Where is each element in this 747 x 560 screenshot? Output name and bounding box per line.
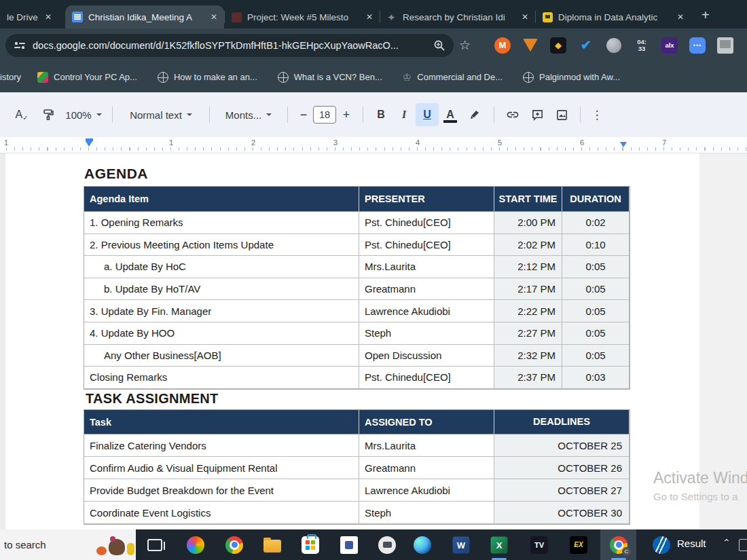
paint-format-button[interactable]	[35, 103, 61, 126]
toolbar-divider	[363, 107, 363, 123]
font-size-input[interactable]: 18	[313, 106, 336, 124]
agenda-cell-presenter: Steph	[359, 322, 494, 345]
alx-extension-icon[interactable]: alx	[661, 37, 678, 54]
copilot-button[interactable]	[187, 536, 204, 554]
activate-windows-watermark: Activate Wind	[653, 469, 747, 487]
metamask-extension-icon[interactable]	[522, 37, 539, 54]
agenda-cell-start: 2:27 PM	[494, 322, 562, 345]
increase-font-size-button[interactable]: +	[336, 103, 357, 126]
font-select[interactable]: Monts...	[216, 103, 281, 126]
chrome-button[interactable]	[225, 536, 243, 554]
tray-chevron-icon[interactable]: ⌃	[723, 537, 731, 548]
globe-icon	[523, 72, 534, 83]
site-settings-icon[interactable]	[14, 41, 26, 50]
file-explorer-button[interactable]	[263, 538, 281, 553]
bookmark-history[interactable]: istory	[0, 72, 21, 82]
chat-extension-icon[interactable]: •••	[689, 37, 706, 54]
word-button[interactable]: W	[453, 536, 470, 553]
bookmark-commercial[interactable]: ♔ Commercial and De...	[403, 71, 503, 83]
close-tab-icon[interactable]: ✕	[366, 12, 373, 22]
bookmark-label: What is a VCN? Ben...	[294, 72, 382, 82]
document-canvas[interactable]: AGENDA Agenda Item PRESENTER START TIME …	[0, 153, 747, 529]
bookmark-vcn[interactable]: What is a VCN? Ben...	[278, 72, 382, 83]
tab-research[interactable]: ✦ Research by Christian Idi ✕	[380, 5, 535, 29]
italic-button[interactable]: I	[393, 103, 416, 126]
tab-label: Christian Idika_Meeting A	[88, 12, 192, 22]
task-cell-task: Finalize Catering Vendors	[84, 434, 359, 457]
task-table[interactable]: Task ASSIGNED TO DEADLINES Finalize Cate…	[84, 409, 630, 525]
task-cell-task: Coordinate Event Logistics	[84, 502, 359, 524]
agenda-header-duration: DURATION	[562, 187, 630, 212]
bookmark-palginmod[interactable]: Palginmod with Aw...	[523, 72, 620, 83]
bookmark-label: Palginmod with Aw...	[539, 72, 620, 82]
tab-diploma[interactable]: Diploma in Data Analytic ✕	[536, 5, 691, 29]
left-indent-marker[interactable]	[86, 138, 93, 147]
bookmark-control-pc[interactable]: Control Your PC Ap...	[37, 72, 137, 83]
widgets-button[interactable]	[653, 536, 670, 554]
highlight-color-button[interactable]	[462, 103, 488, 126]
agenda-cell-duration: 0:02	[562, 212, 630, 234]
faded-icon: ♔	[403, 71, 412, 83]
windows-taskbar: to search W X TV EX C	[0, 529, 747, 560]
checkmark-extension-icon[interactable]: ✔	[578, 37, 594, 54]
screenshot-extension-icon[interactable]	[717, 37, 733, 54]
task-cell-deadline: OCTOBER 25	[494, 434, 630, 457]
task-header-task: Task	[84, 410, 359, 434]
bold-button[interactable]: B	[369, 103, 393, 126]
page-edge-left	[0, 153, 5, 529]
monero-extension-icon[interactable]: M	[494, 37, 511, 54]
tray-app-icon[interactable]	[739, 539, 747, 551]
right-indent-marker[interactable]	[620, 142, 627, 147]
task-view-icon	[147, 539, 162, 551]
agenda-cell-start: 2:02 PM	[494, 234, 562, 257]
tab-google-drive[interactable]: le Drive ✕	[0, 5, 58, 29]
edge-button[interactable]	[414, 536, 431, 554]
agenda-cell-item: 2. Previous Meeting Action Items Update	[84, 234, 359, 257]
microsoft-store-button[interactable]	[302, 536, 319, 554]
agenda-cell-item: 4. Update By HOO	[84, 322, 359, 345]
tab-project-milestone[interactable]: Project: Week #5 Milesto ✕	[225, 5, 380, 29]
camera-icon	[378, 536, 396, 554]
taskbar-search-box[interactable]: to search	[0, 529, 136, 560]
timer-extension-icon[interactable]: 04:33	[634, 37, 650, 54]
insert-image-button[interactable]	[549, 103, 574, 126]
tradingview-button[interactable]: TV	[530, 536, 548, 554]
task-view-button[interactable]	[147, 539, 162, 551]
decrease-font-size-button[interactable]: −	[294, 103, 313, 126]
bookmark-star-icon[interactable]: ☆	[459, 37, 471, 53]
close-tab-icon[interactable]: ✕	[45, 12, 52, 22]
task-cell-assigned: Mrs.Laurita	[359, 434, 494, 457]
agenda-cell-item: Any Other Business[AOB]	[84, 345, 359, 367]
bookmark-how-to[interactable]: How to make an an...	[158, 72, 257, 83]
widget-result-label[interactable]: Result	[677, 538, 706, 549]
text-color-button[interactable]: A	[439, 103, 462, 126]
paragraph-style-select[interactable]: Normal text	[119, 103, 203, 126]
address-bar[interactable]: docs.google.com/document/d/1K52fkfloSYPT…	[5, 34, 454, 57]
agenda-header-item: Agenda Item	[84, 187, 359, 212]
close-tab-icon[interactable]: ✕	[677, 12, 684, 22]
zoom-search-icon[interactable]	[433, 39, 445, 52]
more-options-button[interactable]: ⋮	[587, 103, 607, 126]
agenda-cell-presenter: Greatmann	[359, 278, 494, 301]
excel-button[interactable]: X	[491, 536, 508, 553]
add-comment-button[interactable]	[525, 103, 549, 126]
close-tab-icon[interactable]: ✕	[522, 12, 528, 22]
pinned-app-button[interactable]	[340, 536, 358, 554]
chrome-profile-button[interactable]: C	[610, 536, 627, 554]
tab-meeting-agenda-active[interactable]: Christian Idika_Meeting A ✕	[65, 5, 224, 29]
camera-app-button[interactable]	[378, 536, 396, 554]
new-tab-button[interactable]: +	[702, 7, 710, 23]
spellcheck-button[interactable]: A ✓	[8, 103, 35, 126]
underline-button[interactable]: U	[416, 103, 439, 126]
exness-button[interactable]: EX	[570, 536, 587, 554]
google-docs-icon	[72, 12, 83, 22]
gray-ball-extension-icon[interactable]	[606, 37, 622, 54]
agenda-cell-presenter: Pst. Chinedu[CEO]	[359, 212, 494, 234]
bookmark-label: istory	[0, 72, 21, 82]
insert-link-button[interactable]	[500, 103, 525, 126]
task-cell-deadline: OCTOBER 27	[494, 479, 630, 502]
close-tab-icon[interactable]: ✕	[211, 12, 217, 22]
binance-extension-icon[interactable]: ◆	[550, 37, 566, 54]
agenda-table[interactable]: Agenda Item PRESENTER START TIME DURATIO…	[84, 186, 630, 390]
zoom-select[interactable]: 100%	[61, 103, 106, 126]
